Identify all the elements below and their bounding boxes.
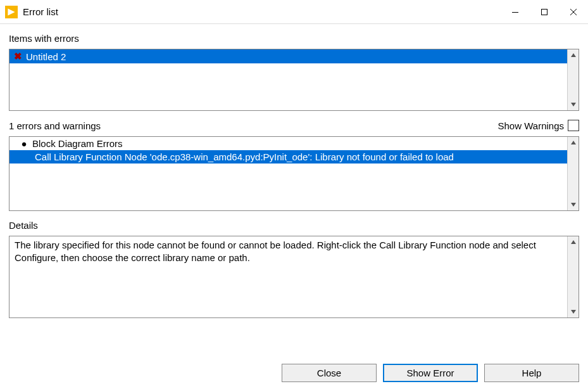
svg-marker-5: [571, 53, 576, 57]
scrollbar[interactable]: [567, 49, 579, 110]
svg-marker-7: [571, 141, 576, 144]
close-button[interactable]: [559, 0, 588, 23]
item-label: Untitled 2: [26, 51, 66, 62]
scroll-up-icon[interactable]: [568, 236, 579, 248]
svg-rect-2: [542, 9, 547, 15]
error-x-icon: ✖: [13, 51, 22, 62]
list-item[interactable]: Call Library Function Node 'ode.cp38-win…: [9, 150, 567, 163]
scroll-up-icon[interactable]: [568, 137, 579, 148]
items-with-errors-label: Items with errors: [9, 33, 79, 44]
help-button[interactable]: Help: [484, 364, 579, 382]
svg-rect-1: [512, 12, 518, 13]
scroll-up-icon[interactable]: [568, 49, 579, 61]
scrollbar[interactable]: [567, 137, 579, 210]
details-box: The library specified for this node cann…: [9, 236, 579, 318]
items-listbox[interactable]: ✖ Untitled 2: [9, 49, 579, 111]
errors-listbox[interactable]: ● Block Diagram Errors Call Library Func…: [9, 136, 579, 211]
scroll-down-icon[interactable]: [568, 199, 579, 210]
list-item[interactable]: ● Block Diagram Errors: [9, 137, 567, 150]
close-button[interactable]: Close: [282, 364, 377, 382]
app-icon: [5, 6, 18, 18]
error-item-label: Call Library Function Node 'ode.cp38-win…: [35, 151, 454, 162]
show-warnings-label: Show Warnings: [498, 120, 565, 131]
buttonbar: Close Show Error Help: [0, 357, 588, 391]
show-warnings-checkbox[interactable]: [568, 120, 579, 131]
maximize-button[interactable]: [530, 0, 559, 23]
scroll-down-icon[interactable]: [568, 306, 579, 317]
bullet-icon: ●: [20, 138, 28, 149]
svg-marker-6: [571, 103, 576, 106]
list-item[interactable]: ✖ Untitled 2: [9, 49, 567, 63]
svg-marker-10: [571, 310, 576, 314]
details-label: Details: [9, 220, 38, 231]
svg-marker-9: [571, 240, 576, 244]
details-text: The library specified for this node cann…: [9, 236, 567, 267]
svg-marker-8: [571, 203, 576, 207]
error-group-label: Block Diagram Errors: [32, 138, 123, 149]
titlebar: Error list: [0, 0, 588, 24]
minimize-button[interactable]: [501, 0, 530, 23]
svg-marker-0: [8, 8, 15, 15]
window-title: Error list: [23, 6, 501, 17]
scroll-down-icon[interactable]: [568, 99, 579, 110]
scrollbar[interactable]: [567, 236, 579, 317]
errors-count-label: 1 errors and warnings: [9, 120, 101, 131]
show-error-button[interactable]: Show Error: [383, 364, 478, 382]
